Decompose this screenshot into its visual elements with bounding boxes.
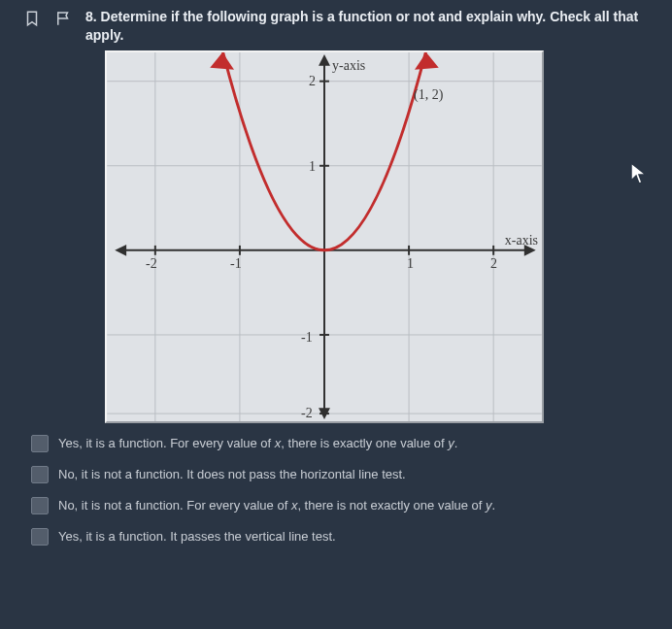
tick-y2: 2 xyxy=(309,74,316,89)
svg-marker-13 xyxy=(115,245,126,256)
option-c[interactable]: No, it is not a function. For every valu… xyxy=(31,497,649,514)
option-a[interactable]: Yes, it is a function. For every value o… xyxy=(31,435,649,452)
flag-icon[interactable] xyxy=(54,10,72,27)
tick-y1: 1 xyxy=(309,159,316,175)
plot-svg xyxy=(107,52,542,421)
tick-yn2: -2 xyxy=(301,406,313,421)
graph-plot: y-axis x-axis (1, 2) 2 1 -1 -2 2 1 -1 -2 xyxy=(105,50,544,423)
checkbox-d[interactable] xyxy=(31,528,49,546)
question-body: Determine if the following graph is a fu… xyxy=(85,9,638,43)
y-axis-label: y-axis xyxy=(332,58,365,74)
cursor-icon xyxy=(629,161,649,186)
option-d-text: Yes, it is a function. It passes the ver… xyxy=(58,529,336,544)
tick-yn1: -1 xyxy=(301,330,313,346)
option-a-text: Yes, it is a function. For every value o… xyxy=(58,436,457,450)
question-number: 8. xyxy=(85,9,97,24)
option-b[interactable]: No, it is not a function. It does not pa… xyxy=(31,466,649,483)
checkbox-c[interactable] xyxy=(31,497,49,514)
question-text: 8. Determine if the following graph is a… xyxy=(85,8,649,45)
bookmark-icon[interactable] xyxy=(23,10,41,27)
option-c-text: No, it is not a function. For every valu… xyxy=(58,498,495,513)
tick-x1: 1 xyxy=(407,256,414,272)
tick-xn2: -2 xyxy=(146,256,157,272)
svg-marker-22 xyxy=(210,52,234,70)
tick-x2: 2 xyxy=(490,256,497,272)
svg-marker-23 xyxy=(415,52,439,70)
checkbox-b[interactable] xyxy=(31,466,49,483)
option-b-text: No, it is not a function. It does not pa… xyxy=(58,467,406,481)
point-label: (1, 2) xyxy=(414,87,443,103)
x-axis-label: x-axis xyxy=(505,233,538,248)
option-d[interactable]: Yes, it is a function. It passes the ver… xyxy=(31,528,649,546)
svg-marker-10 xyxy=(319,54,330,66)
tick-xn1: -1 xyxy=(230,256,242,272)
checkbox-a[interactable] xyxy=(31,435,49,452)
